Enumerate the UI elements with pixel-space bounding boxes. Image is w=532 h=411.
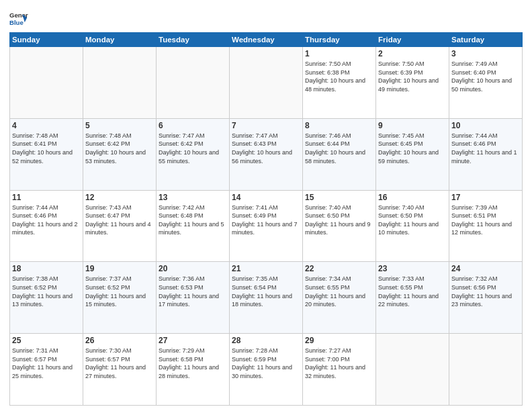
day-info: Sunrise: 7:50 AMSunset: 6:39 PMDaylight:… bbox=[378, 60, 447, 93]
day-info: Sunrise: 7:40 AMSunset: 6:50 PMDaylight:… bbox=[305, 203, 373, 237]
sunset-text: Sunset: 6:55 PM bbox=[305, 283, 373, 292]
weekday-header: Saturday bbox=[449, 33, 523, 47]
daylight-text: Daylight: 11 hours and 13 minutes. bbox=[12, 292, 81, 309]
daylight-text: Daylight: 11 hours and 28 minutes. bbox=[159, 363, 227, 380]
sunset-text: Sunset: 6:42 PM bbox=[85, 140, 154, 148]
calendar-week-row: 25Sunrise: 7:31 AMSunset: 6:57 PMDayligh… bbox=[10, 334, 523, 406]
day-info: Sunrise: 7:40 AMSunset: 6:50 PMDaylight:… bbox=[378, 203, 447, 237]
header: General Blue bbox=[9, 7, 523, 28]
sunset-text: Sunset: 6:45 PM bbox=[378, 140, 447, 148]
weekday-header-row: SundayMondayTuesdayWednesdayThursdayFrid… bbox=[10, 33, 523, 47]
calendar-cell: 13Sunrise: 7:42 AMSunset: 6:48 PMDayligh… bbox=[157, 190, 230, 262]
day-number: 5 bbox=[85, 121, 154, 130]
calendar-cell: 29Sunrise: 7:27 AMSunset: 7:00 PMDayligh… bbox=[303, 334, 376, 406]
sunset-text: Sunset: 6:48 PM bbox=[159, 212, 227, 220]
weekday-header: Wednesday bbox=[230, 33, 303, 47]
calendar-cell: 25Sunrise: 7:31 AMSunset: 6:57 PMDayligh… bbox=[10, 334, 83, 406]
day-info: Sunrise: 7:35 AMSunset: 6:54 PMDaylight:… bbox=[232, 275, 300, 308]
calendar-cell: 28Sunrise: 7:28 AMSunset: 6:59 PMDayligh… bbox=[230, 334, 303, 406]
day-info: Sunrise: 7:36 AMSunset: 6:53 PMDaylight:… bbox=[159, 275, 227, 308]
sunrise-text: Sunrise: 7:36 AM bbox=[159, 275, 227, 283]
day-number: 27 bbox=[159, 336, 227, 345]
calendar-cell: 17Sunrise: 7:39 AMSunset: 6:51 PMDayligh… bbox=[449, 190, 523, 262]
weekday-header: Monday bbox=[83, 33, 157, 47]
sunrise-text: Sunrise: 7:43 AM bbox=[85, 203, 154, 212]
sunrise-text: Sunrise: 7:41 AM bbox=[232, 203, 300, 212]
daylight-text: Daylight: 11 hours and 7 minutes. bbox=[232, 220, 300, 237]
sunrise-text: Sunrise: 7:34 AM bbox=[305, 275, 373, 283]
page: General Blue SundayMondayTuesdayWednesda… bbox=[0, 0, 532, 411]
sunset-text: Sunset: 6:47 PM bbox=[85, 212, 154, 220]
day-number: 4 bbox=[12, 121, 81, 130]
calendar-cell: 16Sunrise: 7:40 AMSunset: 6:50 PMDayligh… bbox=[376, 190, 449, 262]
sunset-text: Sunset: 6:41 PM bbox=[12, 140, 81, 148]
calendar-cell: 22Sunrise: 7:34 AMSunset: 6:55 PMDayligh… bbox=[303, 262, 376, 334]
logo-icon: General Blue bbox=[9, 9, 28, 28]
sunset-text: Sunset: 6:44 PM bbox=[305, 140, 373, 148]
calendar-cell: 24Sunrise: 7:32 AMSunset: 6:56 PMDayligh… bbox=[449, 262, 523, 334]
sunrise-text: Sunrise: 7:50 AM bbox=[305, 60, 373, 68]
calendar-cell: 8Sunrise: 7:46 AMSunset: 6:44 PMDaylight… bbox=[303, 118, 376, 190]
day-info: Sunrise: 7:43 AMSunset: 6:47 PMDaylight:… bbox=[85, 203, 154, 237]
calendar-cell: 12Sunrise: 7:43 AMSunset: 6:47 PMDayligh… bbox=[83, 190, 157, 262]
calendar-cell: 20Sunrise: 7:36 AMSunset: 6:53 PMDayligh… bbox=[157, 262, 230, 334]
day-info: Sunrise: 7:45 AMSunset: 6:45 PMDaylight:… bbox=[378, 132, 447, 165]
calendar-cell bbox=[157, 47, 230, 119]
sunrise-text: Sunrise: 7:31 AM bbox=[12, 347, 81, 355]
sunset-text: Sunset: 6:39 PM bbox=[378, 68, 447, 77]
day-number: 10 bbox=[451, 121, 520, 130]
day-info: Sunrise: 7:31 AMSunset: 6:57 PMDaylight:… bbox=[12, 347, 81, 380]
daylight-text: Daylight: 11 hours and 22 minutes. bbox=[378, 292, 447, 309]
day-info: Sunrise: 7:33 AMSunset: 6:55 PMDaylight:… bbox=[378, 275, 447, 308]
sunrise-text: Sunrise: 7:33 AM bbox=[378, 275, 447, 283]
calendar-cell: 19Sunrise: 7:37 AMSunset: 6:52 PMDayligh… bbox=[83, 262, 157, 334]
sunset-text: Sunset: 6:57 PM bbox=[85, 355, 154, 364]
daylight-text: Daylight: 10 hours and 59 minutes. bbox=[378, 148, 447, 165]
day-number: 22 bbox=[305, 264, 373, 273]
calendar-cell: 5Sunrise: 7:48 AMSunset: 6:42 PMDaylight… bbox=[83, 118, 157, 190]
day-info: Sunrise: 7:42 AMSunset: 6:48 PMDaylight:… bbox=[159, 203, 227, 237]
day-info: Sunrise: 7:44 AMSunset: 6:46 PMDaylight:… bbox=[12, 203, 81, 237]
sunset-text: Sunset: 6:46 PM bbox=[451, 140, 520, 148]
calendar-cell: 21Sunrise: 7:35 AMSunset: 6:54 PMDayligh… bbox=[230, 262, 303, 334]
day-number: 13 bbox=[159, 193, 227, 202]
sunrise-text: Sunrise: 7:49 AM bbox=[451, 60, 520, 68]
sunset-text: Sunset: 6:51 PM bbox=[451, 212, 520, 220]
day-number: 7 bbox=[232, 121, 300, 130]
weekday-header: Friday bbox=[376, 33, 449, 47]
day-number: 25 bbox=[12, 336, 81, 345]
daylight-text: Daylight: 10 hours and 53 minutes. bbox=[85, 148, 154, 165]
day-info: Sunrise: 7:50 AMSunset: 6:38 PMDaylight:… bbox=[305, 60, 373, 93]
day-info: Sunrise: 7:29 AMSunset: 6:58 PMDaylight:… bbox=[159, 347, 227, 380]
calendar-cell: 1Sunrise: 7:50 AMSunset: 6:38 PMDaylight… bbox=[303, 47, 376, 119]
daylight-text: Daylight: 11 hours and 27 minutes. bbox=[85, 363, 154, 380]
sunset-text: Sunset: 6:52 PM bbox=[12, 283, 81, 292]
day-number: 20 bbox=[159, 264, 227, 273]
daylight-text: Daylight: 11 hours and 25 minutes. bbox=[12, 363, 81, 380]
calendar-cell bbox=[449, 334, 523, 406]
sunrise-text: Sunrise: 7:44 AM bbox=[451, 132, 520, 140]
calendar-cell: 23Sunrise: 7:33 AMSunset: 6:55 PMDayligh… bbox=[376, 262, 449, 334]
daylight-text: Daylight: 10 hours and 48 minutes. bbox=[305, 77, 373, 93]
sunset-text: Sunset: 6:46 PM bbox=[12, 212, 81, 220]
day-info: Sunrise: 7:32 AMSunset: 6:56 PMDaylight:… bbox=[451, 275, 520, 308]
day-info: Sunrise: 7:30 AMSunset: 6:57 PMDaylight:… bbox=[85, 347, 154, 380]
day-number: 2 bbox=[378, 49, 447, 58]
calendar-cell: 4Sunrise: 7:48 AMSunset: 6:41 PMDaylight… bbox=[10, 118, 83, 190]
day-number: 23 bbox=[378, 264, 447, 273]
calendar-week-row: 11Sunrise: 7:44 AMSunset: 6:46 PMDayligh… bbox=[10, 190, 523, 262]
day-info: Sunrise: 7:28 AMSunset: 6:59 PMDaylight:… bbox=[232, 347, 300, 380]
day-number: 15 bbox=[305, 193, 373, 202]
daylight-text: Daylight: 11 hours and 10 minutes. bbox=[378, 220, 447, 237]
daylight-text: Daylight: 11 hours and 17 minutes. bbox=[159, 292, 227, 309]
sunrise-text: Sunrise: 7:32 AM bbox=[451, 275, 520, 283]
sunset-text: Sunset: 6:40 PM bbox=[451, 68, 520, 77]
sunset-text: Sunset: 6:49 PM bbox=[232, 212, 300, 220]
daylight-text: Daylight: 11 hours and 12 minutes. bbox=[451, 220, 520, 237]
calendar-cell bbox=[376, 334, 449, 406]
day-number: 1 bbox=[305, 49, 373, 58]
daylight-text: Daylight: 10 hours and 58 minutes. bbox=[305, 148, 373, 165]
sunrise-text: Sunrise: 7:45 AM bbox=[378, 132, 447, 140]
day-info: Sunrise: 7:37 AMSunset: 6:52 PMDaylight:… bbox=[85, 275, 154, 308]
sunset-text: Sunset: 6:55 PM bbox=[378, 283, 447, 292]
